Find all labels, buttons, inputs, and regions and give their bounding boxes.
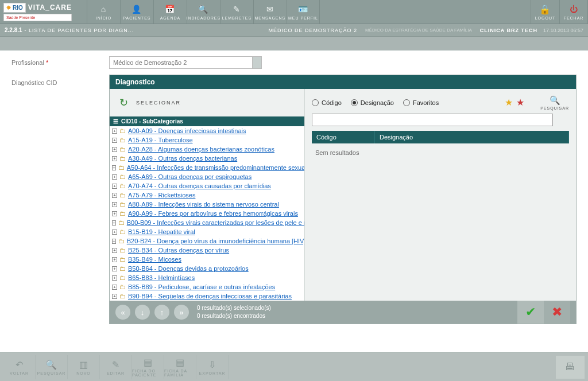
breadcrumb-datetime: 17.10.2013 06:57: [543, 28, 583, 33]
folder-icon: 🗀: [119, 210, 126, 217]
tree[interactable]: +🗀A00-A09 - Doenças infecciosas intestin…: [110, 126, 304, 301]
tree-item[interactable]: +🗀B15-B19 - Hepatite viral: [110, 227, 304, 236]
professional-label: Profissional *: [11, 59, 109, 66]
tree-item[interactable]: +🗀B20-B24 - Doença pelo vírus da imunode…: [110, 236, 304, 246]
expand-icon[interactable]: +: [112, 230, 117, 235]
folder-icon: 🗀: [119, 228, 126, 235]
first-page-icon[interactable]: «: [115, 305, 130, 320]
expand-icon[interactable]: +: [112, 266, 117, 271]
tree-item[interactable]: +🗀A15-A19 - Tuberculose: [110, 135, 304, 145]
last-page-icon[interactable]: »: [174, 305, 189, 320]
nav-pacientes[interactable]: 👤PACIENTES: [120, 0, 153, 24]
print-button[interactable]: 🖶: [556, 356, 585, 379]
expand-icon[interactable]: +: [112, 184, 117, 189]
search-input[interactable]: [312, 114, 553, 126]
prev-page-icon[interactable]: ↑: [154, 305, 169, 320]
tree-item[interactable]: +🗀A65-A69 - Outras doenças por espiroque…: [110, 172, 304, 181]
breadcrumb-doctor-role: Médico da estratégia de saúde da família: [365, 28, 472, 33]
tree-item[interactable]: +🗀A90-A99 - Febres por arbovírus e febre…: [110, 209, 304, 218]
tree-item-label: B90-B94 - Seqüelas de doenças infecciosa…: [128, 293, 292, 300]
logo-rio: ✸RIO: [3, 3, 26, 13]
tree-item-label: A15-A19 - Tuberculose: [128, 137, 193, 143]
nav-meu perfil[interactable]: 🪪MEU PERFIL: [287, 0, 320, 24]
bottom-ficha-do-paciente[interactable]: ▤FICHA DO PACIENTE: [132, 355, 164, 379]
tree-item[interactable]: +🗀A20-A28 - Algumas doenças bacterianas …: [110, 145, 304, 154]
nav-mensagens[interactable]: ✉MENSAGENS: [253, 0, 287, 24]
cancel-button[interactable]: ✖: [544, 301, 570, 324]
radio-favoritos[interactable]: Favoritos: [403, 99, 439, 106]
início-icon: ⌂: [98, 3, 109, 15]
tree-item[interactable]: +🗀B00-B09 - Infecções virais caracteriza…: [110, 218, 304, 227]
expand-icon[interactable]: +: [112, 129, 117, 134]
tree-item[interactable]: +🗀A50-A64 - Infecções de transmissão pre…: [110, 163, 304, 172]
breadcrumb-doctor: Médico de demostração 2: [269, 28, 358, 33]
no-results: Sem resultados: [312, 143, 569, 162]
tree-item[interactable]: +🗀A75-A79 - Rickettsioses: [110, 190, 304, 200]
bottom-voltar[interactable]: ↶VOLTAR: [3, 355, 36, 379]
panel-footer: « ↓ ↑ » 0 resultado(s) selecionado(s) 0 …: [110, 301, 576, 324]
folder-icon: 🗀: [119, 293, 126, 300]
tree-item-label: A80-A89 - Infecções virais do sistema ne…: [128, 201, 279, 208]
tree-item[interactable]: +🗀B35-B49 - Micoses: [110, 255, 304, 264]
breadcrumb: 2.2.8.1 - lista de pacientes por diagn..…: [0, 24, 588, 37]
expand-icon[interactable]: +: [112, 294, 117, 299]
tree-item[interactable]: +🗀B25-B34 - Outras doenças por vírus: [110, 246, 304, 255]
ficha da família-icon: ▤: [176, 357, 185, 368]
nav-início[interactable]: ⌂INÍCIO: [87, 0, 120, 24]
add-favorite-icon[interactable]: ★: [505, 97, 513, 108]
tree-item[interactable]: +🗀A80-A89 - Infecções virais do sistema …: [110, 200, 304, 209]
expand-icon[interactable]: +: [112, 257, 117, 262]
professional-dropdown-icon[interactable]: [253, 56, 262, 69]
footer-counts: 0 resultado(s) selecionado(s) 0 resultad…: [197, 304, 271, 320]
folder-icon: 🗀: [118, 238, 125, 244]
expand-icon[interactable]: +: [112, 285, 117, 290]
nav-fechar[interactable]: ⏻FECHAR: [559, 0, 588, 24]
tree-item[interactable]: +🗀B90-B94 - Seqüelas de doenças infeccio…: [110, 291, 304, 301]
tree-item[interactable]: +🗀A00-A09 - Doenças infecciosas intestin…: [110, 126, 304, 135]
tree-item-label: B85-B89 - Pediculose, acaríase e outras …: [128, 283, 275, 290]
tree-item[interactable]: +🗀B85-B89 - Pediculose, acaríase e outra…: [110, 282, 304, 291]
bottom-novo[interactable]: ▥NOVO: [68, 355, 100, 379]
folder-icon: 🗀: [119, 283, 126, 290]
bottom-pesquisar[interactable]: 🔍PESQUISAR: [36, 355, 68, 379]
expand-icon[interactable]: +: [112, 211, 117, 216]
expand-icon[interactable]: +: [112, 147, 117, 152]
expand-icon[interactable]: +: [112, 193, 117, 198]
expand-icon[interactable]: +: [112, 138, 117, 143]
nav-lembretes[interactable]: ✎LEMBRETES: [220, 0, 253, 24]
bottom-ficha-da-família[interactable]: ▤FICHA DA FAMÍLIA: [164, 355, 196, 379]
expand-icon[interactable]: +: [112, 275, 117, 281]
indicadores-icon: 🔍: [198, 3, 209, 15]
expand-icon[interactable]: +: [112, 220, 116, 226]
panel-left: ↻ SELECIONAR ☰ CID10 - SubCategorias +🗀A…: [110, 89, 305, 301]
remove-favorite-icon[interactable]: ★: [516, 97, 524, 108]
tree-item-label: A50-A64 - Infecções de transmissão predo…: [127, 164, 304, 171]
tree-item[interactable]: +🗀A30-A49 - Outras doenças bacterianas: [110, 154, 304, 163]
selecionar-icon[interactable]: ↻: [117, 96, 130, 110]
tree-item[interactable]: +🗀B50-B64 - Doenças devidas a protozoári…: [110, 264, 304, 273]
topbar: ✸RIO VITA_CARE Saúde Presente ⌂INÍCIO👤PA…: [0, 0, 588, 24]
confirm-button[interactable]: ✔: [517, 301, 544, 324]
expand-icon[interactable]: +: [112, 202, 117, 207]
search-button[interactable]: 🔍 PESQUISAR: [540, 95, 569, 110]
professional-combo[interactable]: [109, 56, 262, 69]
professional-input[interactable]: [109, 56, 253, 69]
bottom-editar[interactable]: ✎EDITAR: [100, 355, 132, 379]
expand-icon[interactable]: +: [112, 248, 117, 253]
nav-agenda[interactable]: 📅AGENDA: [153, 0, 187, 24]
nav-logout[interactable]: 🔒LOGOUT: [531, 0, 559, 24]
radio-designacao[interactable]: Designação: [351, 99, 394, 106]
radio-codigo[interactable]: Código: [312, 99, 342, 106]
expand-icon[interactable]: +: [112, 239, 116, 244]
tree-item-label: B15-B19 - Hepatite viral: [128, 228, 195, 235]
expand-icon[interactable]: +: [112, 174, 117, 180]
tree-item[interactable]: +🗀B65-B83 - Helmintíases: [110, 273, 304, 282]
expand-icon[interactable]: +: [112, 156, 117, 161]
expand-icon[interactable]: +: [112, 165, 116, 170]
tree-item[interactable]: +🗀A70-A74 - Outras doenças causadas por …: [110, 181, 304, 190]
bottom-exportar[interactable]: ⇩EXPORTAR: [196, 355, 229, 379]
next-page-icon[interactable]: ↓: [135, 305, 150, 320]
nav-indicadores[interactable]: 🔍INDICADORES: [187, 0, 220, 24]
logo-area: ✸RIO VITA_CARE Saúde Presente: [0, 0, 75, 24]
tree-item-label: B20-B24 - Doença pelo vírus da imunodefi…: [127, 238, 304, 244]
